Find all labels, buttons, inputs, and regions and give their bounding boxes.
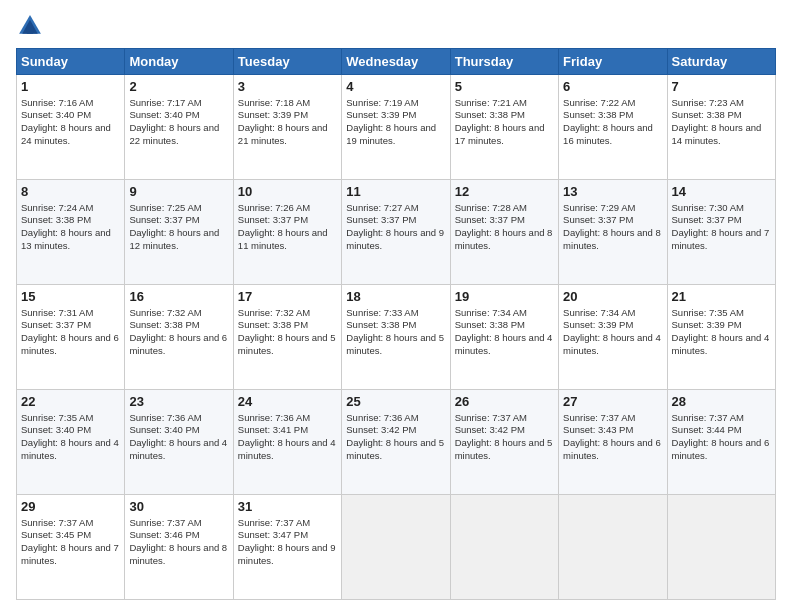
calendar-cell: [667, 495, 775, 600]
day-of-week-header: Saturday: [667, 49, 775, 75]
header: [16, 12, 776, 40]
sunset-text: Sunset: 3:39 PM: [672, 319, 742, 330]
daylight-text: Daylight: 8 hours and 5 minutes.: [455, 437, 553, 461]
day-number: 5: [455, 78, 554, 96]
day-of-week-header: Friday: [559, 49, 667, 75]
day-number: 9: [129, 183, 228, 201]
sunset-text: Sunset: 3:42 PM: [346, 424, 416, 435]
day-of-week-header: Monday: [125, 49, 233, 75]
day-number: 22: [21, 393, 120, 411]
daylight-text: Daylight: 8 hours and 8 minutes.: [129, 542, 227, 566]
sunset-text: Sunset: 3:45 PM: [21, 529, 91, 540]
sunset-text: Sunset: 3:38 PM: [455, 109, 525, 120]
calendar-cell: 27 Sunrise: 7:37 AM Sunset: 3:43 PM Dayl…: [559, 390, 667, 495]
daylight-text: Daylight: 8 hours and 17 minutes.: [455, 122, 545, 146]
calendar-week-row: 8 Sunrise: 7:24 AM Sunset: 3:38 PM Dayli…: [17, 180, 776, 285]
daylight-text: Daylight: 8 hours and 9 minutes.: [238, 542, 336, 566]
sunset-text: Sunset: 3:40 PM: [129, 424, 199, 435]
daylight-text: Daylight: 8 hours and 21 minutes.: [238, 122, 328, 146]
sunrise-text: Sunrise: 7:22 AM: [563, 97, 635, 108]
day-number: 15: [21, 288, 120, 306]
daylight-text: Daylight: 8 hours and 8 minutes.: [455, 227, 553, 251]
sunrise-text: Sunrise: 7:32 AM: [129, 307, 201, 318]
sunrise-text: Sunrise: 7:36 AM: [346, 412, 418, 423]
calendar-cell: 29 Sunrise: 7:37 AM Sunset: 3:45 PM Dayl…: [17, 495, 125, 600]
sunset-text: Sunset: 3:37 PM: [238, 214, 308, 225]
day-number: 24: [238, 393, 337, 411]
day-number: 20: [563, 288, 662, 306]
day-number: 31: [238, 498, 337, 516]
sunrise-text: Sunrise: 7:37 AM: [129, 517, 201, 528]
sunset-text: Sunset: 3:47 PM: [238, 529, 308, 540]
calendar-cell: 7 Sunrise: 7:23 AM Sunset: 3:38 PM Dayli…: [667, 75, 775, 180]
calendar-cell: 24 Sunrise: 7:36 AM Sunset: 3:41 PM Dayl…: [233, 390, 341, 495]
sunset-text: Sunset: 3:38 PM: [672, 109, 742, 120]
sunset-text: Sunset: 3:39 PM: [346, 109, 416, 120]
day-number: 28: [672, 393, 771, 411]
sunset-text: Sunset: 3:39 PM: [238, 109, 308, 120]
logo: [16, 12, 48, 40]
sunset-text: Sunset: 3:38 PM: [346, 319, 416, 330]
day-number: 18: [346, 288, 445, 306]
sunrise-text: Sunrise: 7:28 AM: [455, 202, 527, 213]
sunset-text: Sunset: 3:38 PM: [238, 319, 308, 330]
sunset-text: Sunset: 3:42 PM: [455, 424, 525, 435]
sunset-text: Sunset: 3:46 PM: [129, 529, 199, 540]
daylight-text: Daylight: 8 hours and 6 minutes.: [672, 437, 770, 461]
sunrise-text: Sunrise: 7:37 AM: [563, 412, 635, 423]
calendar-cell: 19 Sunrise: 7:34 AM Sunset: 3:38 PM Dayl…: [450, 285, 558, 390]
sunset-text: Sunset: 3:37 PM: [21, 319, 91, 330]
day-number: 27: [563, 393, 662, 411]
day-number: 13: [563, 183, 662, 201]
sunrise-text: Sunrise: 7:37 AM: [21, 517, 93, 528]
daylight-text: Daylight: 8 hours and 4 minutes.: [129, 437, 227, 461]
day-number: 17: [238, 288, 337, 306]
sunrise-text: Sunrise: 7:26 AM: [238, 202, 310, 213]
day-of-week-header: Thursday: [450, 49, 558, 75]
daylight-text: Daylight: 8 hours and 7 minutes.: [21, 542, 119, 566]
sunrise-text: Sunrise: 7:21 AM: [455, 97, 527, 108]
daylight-text: Daylight: 8 hours and 6 minutes.: [563, 437, 661, 461]
sunrise-text: Sunrise: 7:37 AM: [672, 412, 744, 423]
calendar-week-row: 22 Sunrise: 7:35 AM Sunset: 3:40 PM Dayl…: [17, 390, 776, 495]
calendar-cell: 16 Sunrise: 7:32 AM Sunset: 3:38 PM Dayl…: [125, 285, 233, 390]
calendar-header-row: SundayMondayTuesdayWednesdayThursdayFrid…: [17, 49, 776, 75]
calendar-cell: [559, 495, 667, 600]
sunrise-text: Sunrise: 7:35 AM: [672, 307, 744, 318]
sunrise-text: Sunrise: 7:37 AM: [238, 517, 310, 528]
sunset-text: Sunset: 3:38 PM: [455, 319, 525, 330]
calendar-cell: 30 Sunrise: 7:37 AM Sunset: 3:46 PM Dayl…: [125, 495, 233, 600]
sunset-text: Sunset: 3:37 PM: [129, 214, 199, 225]
calendar-cell: 26 Sunrise: 7:37 AM Sunset: 3:42 PM Dayl…: [450, 390, 558, 495]
daylight-text: Daylight: 8 hours and 4 minutes.: [672, 332, 770, 356]
sunset-text: Sunset: 3:38 PM: [563, 109, 633, 120]
calendar-cell: 6 Sunrise: 7:22 AM Sunset: 3:38 PM Dayli…: [559, 75, 667, 180]
sunrise-text: Sunrise: 7:35 AM: [21, 412, 93, 423]
daylight-text: Daylight: 8 hours and 4 minutes.: [238, 437, 336, 461]
sunset-text: Sunset: 3:40 PM: [21, 424, 91, 435]
sunrise-text: Sunrise: 7:29 AM: [563, 202, 635, 213]
daylight-text: Daylight: 8 hours and 6 minutes.: [129, 332, 227, 356]
daylight-text: Daylight: 8 hours and 16 minutes.: [563, 122, 653, 146]
daylight-text: Daylight: 8 hours and 4 minutes.: [455, 332, 553, 356]
calendar-cell: 17 Sunrise: 7:32 AM Sunset: 3:38 PM Dayl…: [233, 285, 341, 390]
daylight-text: Daylight: 8 hours and 7 minutes.: [672, 227, 770, 251]
calendar-cell: 4 Sunrise: 7:19 AM Sunset: 3:39 PM Dayli…: [342, 75, 450, 180]
daylight-text: Daylight: 8 hours and 4 minutes.: [563, 332, 661, 356]
calendar-cell: 31 Sunrise: 7:37 AM Sunset: 3:47 PM Dayl…: [233, 495, 341, 600]
calendar-cell: 21 Sunrise: 7:35 AM Sunset: 3:39 PM Dayl…: [667, 285, 775, 390]
calendar-cell: 14 Sunrise: 7:30 AM Sunset: 3:37 PM Dayl…: [667, 180, 775, 285]
sunrise-text: Sunrise: 7:16 AM: [21, 97, 93, 108]
calendar-cell: 11 Sunrise: 7:27 AM Sunset: 3:37 PM Dayl…: [342, 180, 450, 285]
sunrise-text: Sunrise: 7:18 AM: [238, 97, 310, 108]
day-number: 8: [21, 183, 120, 201]
page: SundayMondayTuesdayWednesdayThursdayFrid…: [0, 0, 792, 612]
sunset-text: Sunset: 3:44 PM: [672, 424, 742, 435]
daylight-text: Daylight: 8 hours and 11 minutes.: [238, 227, 328, 251]
day-number: 10: [238, 183, 337, 201]
sunset-text: Sunset: 3:40 PM: [129, 109, 199, 120]
sunset-text: Sunset: 3:37 PM: [672, 214, 742, 225]
day-number: 21: [672, 288, 771, 306]
sunrise-text: Sunrise: 7:32 AM: [238, 307, 310, 318]
sunset-text: Sunset: 3:43 PM: [563, 424, 633, 435]
